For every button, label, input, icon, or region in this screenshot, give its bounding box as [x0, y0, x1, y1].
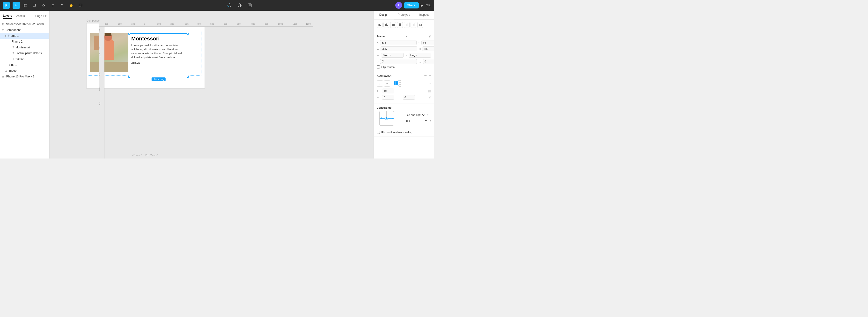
component-tool[interactable]	[59, 2, 66, 9]
layer-component[interactable]: ⊞ Component	[0, 27, 49, 33]
al-spacing-row: ⇕	[377, 89, 431, 93]
svg-rect-26	[407, 24, 407, 26]
al-more-btn[interactable]: ···	[428, 82, 431, 85]
layer-date-icon: T	[12, 58, 14, 60]
layer-montessori[interactable]: T Montessori	[0, 45, 49, 50]
zoom-level[interactable]: 76%	[425, 4, 431, 7]
layer-montessori-icon: T	[12, 46, 14, 49]
constraint-h-row: Left and right Left Right Center Scale ▾	[399, 113, 431, 117]
fixed-icon: ↔	[377, 54, 380, 57]
layer-line1[interactable]: — Line 1	[0, 62, 49, 68]
rotation-icon: ↺	[377, 60, 379, 63]
al-spacing-input[interactable]	[382, 89, 394, 93]
ruler-tick: 200	[170, 23, 174, 25]
align-left-btn[interactable]	[377, 22, 382, 28]
card-text-frame[interactable]: Montessori Lorem ipsum dolor sit amet, c…	[129, 33, 188, 77]
handle-tl[interactable]	[128, 33, 130, 35]
comment-tool[interactable]	[77, 2, 84, 9]
radius-input[interactable]	[423, 59, 434, 64]
layer-iphone[interactable]: ⊞ iPhone 13 Pro Max - 1	[0, 74, 49, 79]
handle-bl[interactable]	[128, 76, 130, 78]
constraint-h-select[interactable]: Left and right Left Right Center Scale	[405, 113, 425, 117]
pen-tool[interactable]	[40, 2, 48, 9]
auto-layout-more[interactable]: ···	[424, 74, 428, 78]
h-constraint-select[interactable]: Fixed ▾	[381, 53, 404, 58]
text-tool[interactable]: T	[49, 2, 57, 9]
user-avatar[interactable]: I	[395, 2, 402, 9]
layer-frame2[interactable]: ≡ Frame 2	[0, 39, 49, 45]
align-top-btn[interactable]	[397, 22, 403, 28]
layer-lorem[interactable]: T Lorem ipsum dolor si...	[0, 50, 49, 56]
layer-screenshot[interactable]: 🖼 Screenshot 2022-08-20 at 08.41 1	[0, 21, 49, 27]
svg-rect-16	[385, 24, 388, 25]
svg-rect-14	[379, 25, 381, 26]
ruler-tick-v: 66	[99, 29, 101, 31]
layer-line-icon: —	[5, 63, 7, 66]
distribute-h-btn[interactable]	[417, 22, 423, 28]
layer-date[interactable]: T 23/8/22	[0, 56, 49, 62]
constraints-title: Constraints	[377, 106, 431, 109]
align-center-h-btn[interactable]	[383, 22, 389, 28]
tab-inspect[interactable]: Inspect	[414, 11, 434, 19]
x-input[interactable]	[380, 40, 416, 45]
w-input[interactable]	[380, 47, 417, 51]
page-indicator[interactable]: Page 1 ▾	[35, 14, 46, 18]
layer-frame2-name: Frame 2	[11, 40, 23, 43]
iphone-frame-label: iPhone 13 Pro Max - 1	[132, 154, 159, 156]
layer-iphone-name: iPhone 13 Pro Max - 1	[6, 75, 34, 78]
radius-icon: ◡	[419, 60, 422, 63]
color-picker-tool[interactable]	[226, 2, 233, 9]
align-center-v-btn[interactable]	[404, 22, 410, 28]
clip-content-checkbox[interactable]	[377, 65, 380, 68]
al-dir-down[interactable]: ↓	[377, 80, 383, 87]
w-constraint-select[interactable]: Hug ▾	[409, 53, 431, 58]
al-grid-icon[interactable]	[393, 80, 399, 86]
canvas-area[interactable]: -300 -200 -100 0 100 200 335 400 500 600…	[50, 11, 374, 158]
fill-tool[interactable]	[246, 2, 253, 9]
share-button[interactable]: Share	[404, 2, 419, 8]
handle-br[interactable]	[187, 76, 189, 78]
ruler-tick: 0	[144, 23, 145, 25]
figma-logo[interactable]: F	[3, 2, 10, 9]
tab-layers[interactable]: Layers	[3, 13, 12, 19]
contrast-tool[interactable]	[236, 2, 243, 9]
frame-dropdown-arrow[interactable]: ▾	[406, 35, 407, 38]
auto-layout-title: Auto layout ··· −	[377, 74, 431, 78]
tab-assets[interactable]: Assets	[16, 13, 25, 19]
ruler-horizontal: -300 -200 -100 0 100 200 335 400 500 600…	[99, 21, 313, 27]
layer-image[interactable]: ⊞ Image	[0, 68, 49, 74]
align-right-btn[interactable]	[390, 22, 396, 28]
layer-frame1[interactable]: ≡ Frame 1	[0, 33, 49, 39]
handle-tr[interactable]	[187, 33, 189, 35]
al-padding-h-input[interactable]	[382, 95, 394, 100]
al-padding-v-input[interactable]	[403, 95, 415, 100]
auto-layout-minus[interactable]: −	[429, 74, 431, 78]
rotation-radius-row: ↺ ◡ ⤢	[377, 59, 431, 64]
shape-tool[interactable]	[31, 2, 38, 9]
rotation-input[interactable]	[380, 59, 417, 64]
constraint-h-icon	[399, 113, 403, 117]
frame-tool[interactable]	[22, 2, 29, 9]
play-button[interactable]: ▶	[421, 3, 423, 7]
al-padding-expand[interactable]: ⤢	[428, 95, 431, 99]
select-tool[interactable]: ↖	[12, 2, 20, 9]
al-dir-right[interactable]: →	[384, 80, 390, 87]
align-bottom-btn[interactable]	[410, 22, 416, 28]
fix-position-row: Fix position when scrolling	[377, 131, 431, 134]
page-chevron: ▾	[45, 14, 46, 18]
constraint-v-select[interactable]: Top Bottom Top and bottom Center Scale	[405, 119, 428, 122]
y-input[interactable]	[422, 40, 434, 45]
ruler-tick: 900	[265, 23, 268, 25]
constraint-h-chevron: ▾	[427, 114, 428, 116]
constraint-center-box[interactable]: +	[385, 117, 388, 120]
ruler-tick: -200	[117, 23, 122, 25]
tab-design[interactable]: Design	[374, 11, 394, 19]
tab-prototype[interactable]: Prototype	[394, 11, 414, 19]
hand-tool[interactable]: ✋	[68, 2, 75, 9]
fix-position-checkbox[interactable]	[377, 131, 380, 134]
frame-expand-icon[interactable]: ⤢	[428, 34, 431, 38]
h-input[interactable]	[422, 47, 434, 51]
svg-rect-29	[414, 24, 414, 26]
auto-layout-controls: ··· −	[424, 74, 431, 78]
constraints-content: + Left and right Left Right Center Scale	[377, 111, 431, 125]
